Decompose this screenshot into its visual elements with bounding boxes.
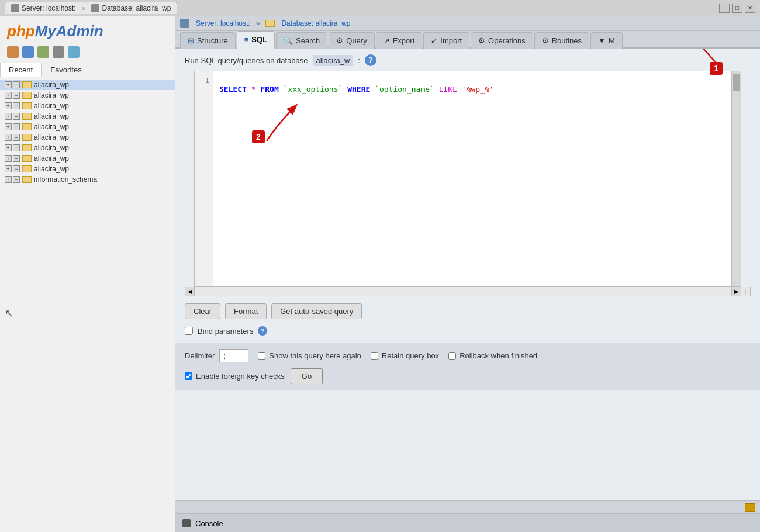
expand-btn[interactable]: + — [5, 81, 12, 88]
expander[interactable]: + − — [5, 176, 20, 183]
bind-params-help-icon[interactable]: ? — [258, 326, 267, 336]
show-query-option[interactable]: Show this query here again — [258, 351, 361, 360]
query-help-btn[interactable]: ? — [365, 54, 376, 66]
kw-like: LIKE — [439, 85, 457, 94]
import-icon: ↙ — [431, 36, 437, 45]
content-spacer — [175, 390, 760, 500]
scroll-left-btn[interactable]: ◀ — [185, 287, 195, 296]
refresh-icon[interactable] — [68, 46, 80, 58]
list-item[interactable]: + − allacira_wp — [0, 80, 175, 90]
line-numbers: 1 — [195, 71, 213, 286]
info-icon[interactable] — [22, 46, 34, 58]
close-btn[interactable]: ✕ — [745, 4, 755, 13]
favorites-tab[interactable]: Favorites — [42, 63, 90, 77]
expand-btn2[interactable]: − — [13, 102, 20, 109]
expander[interactable]: + − — [5, 102, 20, 109]
db-link[interactable]: Database: allacira_wp — [281, 19, 350, 27]
editor-bottom-bar: ◀ ▶ ⋮ — [185, 287, 751, 296]
expand-btn2[interactable]: − — [13, 81, 20, 88]
list-item[interactable]: + − allacira_wp — [0, 143, 175, 153]
expander[interactable]: + − — [5, 81, 20, 88]
expand-btn[interactable]: + — [5, 123, 12, 130]
sql-editor[interactable]: SELECT * FROM `xxx_options` WHERE `optio… — [213, 71, 731, 286]
tab-export[interactable]: ↗ Export — [376, 32, 423, 49]
tab-sql[interactable]: ≡ SQL — [237, 31, 275, 49]
tab-search[interactable]: 🔍 Search — [276, 32, 327, 49]
editor-scrollbar-right[interactable] — [731, 71, 741, 286]
expand-btn[interactable]: + — [5, 113, 12, 120]
tab-query[interactable]: ⚙ Query — [329, 32, 374, 49]
browser-tab-1[interactable]: Server: localhost: » Database: allacira_… — [5, 2, 177, 14]
expand-btn2[interactable]: − — [13, 165, 20, 172]
expander[interactable]: + − — [5, 92, 20, 99]
expander[interactable]: + − — [5, 155, 20, 162]
tab-operations[interactable]: ⚙ Operations — [471, 32, 533, 49]
expand-btn[interactable]: + — [5, 92, 12, 99]
console-bar[interactable]: Console — [175, 513, 760, 532]
restore-btn[interactable]: □ — [732, 4, 742, 13]
expand-btn[interactable]: + — [5, 155, 12, 162]
minimize-btn[interactable]: _ — [719, 4, 730, 13]
expand-btn2[interactable]: − — [13, 113, 20, 120]
list-item[interactable]: + − information_schema — [0, 174, 175, 185]
expand-btn[interactable]: + — [5, 144, 12, 151]
expander[interactable]: + − — [5, 113, 20, 120]
clear-button[interactable]: Clear — [185, 303, 220, 319]
expand-btn2[interactable]: − — [13, 92, 20, 99]
recent-tab[interactable]: Recent — [0, 63, 42, 77]
fk-option[interactable]: Enable foreign key checks — [185, 372, 285, 381]
retain-query-checkbox[interactable] — [371, 352, 378, 360]
content-area: Server: localhost: » Database: allacira_… — [175, 16, 760, 532]
list-item[interactable]: + − allacira_wp — [0, 122, 175, 132]
db-label: allacira_wp — [34, 144, 69, 152]
tab-more[interactable]: ▼ M — [590, 32, 623, 49]
expander[interactable]: + − — [5, 165, 20, 172]
fk-checkbox[interactable] — [185, 372, 192, 380]
scroll-right-btn[interactable]: ▶ — [731, 287, 741, 296]
docs-icon[interactable] — [37, 46, 49, 58]
bind-params-checkbox[interactable] — [185, 327, 193, 335]
expand-btn2[interactable]: − — [13, 134, 20, 141]
scrollbar-thumb[interactable] — [733, 74, 740, 91]
tab-structure[interactable]: ⊞ Structure — [180, 32, 236, 49]
show-query-checkbox[interactable] — [258, 352, 265, 360]
expand-btn2[interactable]: − — [13, 123, 20, 130]
expand-btn2[interactable]: − — [13, 144, 20, 151]
tab-operations-label: Operations — [488, 36, 526, 45]
tab-routines-label: Routines — [552, 36, 582, 45]
expand-btn[interactable]: + — [5, 176, 12, 183]
expand-btn[interactable]: + — [5, 134, 12, 141]
tab2-label: Database: allacira_wp — [102, 4, 171, 12]
settings-icon[interactable] — [53, 46, 64, 58]
list-item[interactable]: + − allacira_wp — [0, 132, 175, 143]
list-item[interactable]: + − allacira_wp — [0, 164, 175, 174]
expander[interactable]: + − — [5, 144, 20, 151]
tab-import[interactable]: ↙ Import — [423, 32, 469, 49]
rollback-checkbox[interactable] — [448, 352, 456, 360]
rollback-option[interactable]: Rollback when finished — [448, 351, 537, 360]
expander[interactable]: + − — [5, 123, 20, 130]
db-icon — [22, 144, 32, 151]
db-label: allacira_wp — [34, 91, 69, 99]
list-item[interactable]: + − allacira_wp — [0, 153, 175, 164]
tab-routines[interactable]: ⚙ Routines — [534, 32, 589, 49]
list-item[interactable]: + − allacira_wp — [0, 90, 175, 101]
go-button[interactable]: Go — [291, 368, 323, 384]
delimiter-input[interactable] — [219, 349, 248, 362]
list-item[interactable]: + − allacira_wp — [0, 101, 175, 111]
expand-btn[interactable]: + — [5, 102, 12, 109]
retain-query-option[interactable]: Retain query box — [371, 351, 439, 360]
list-item[interactable]: + − allacira_wp — [0, 111, 175, 122]
expand-btn2[interactable]: − — [13, 176, 20, 183]
server-link[interactable]: Server: localhost: — [196, 19, 250, 27]
expand-btn2[interactable]: − — [13, 155, 20, 162]
get-auto-saved-button[interactable]: Get auto-saved query — [271, 303, 362, 319]
expander[interactable]: + − — [5, 134, 20, 141]
expand-btn[interactable]: + — [5, 165, 12, 172]
format-button[interactable]: Format — [225, 303, 267, 319]
home-icon[interactable] — [7, 46, 19, 58]
bottom-bar — [175, 500, 760, 513]
options-section: Delimiter Show this query here again Ret… — [175, 343, 760, 390]
resize-handle[interactable]: ⋮ — [741, 287, 750, 296]
tab-structure-label: Structure — [197, 36, 228, 45]
